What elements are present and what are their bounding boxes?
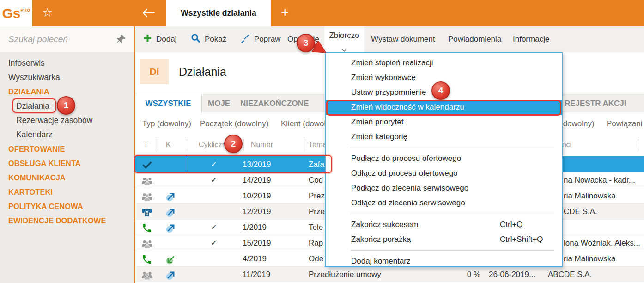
column-separator xyxy=(306,139,306,151)
sidebar-item-polityka-cenowa[interactable]: POLITYKA CENOWA xyxy=(0,199,134,214)
column-header-k[interactable]: K xyxy=(166,137,171,153)
cell-number: 10/2019 xyxy=(243,188,271,203)
meeting-icon xyxy=(141,267,154,282)
menu-item-dodaj-komentarz[interactable]: Dodaj komentarz xyxy=(326,254,562,269)
menu-item-shortcut: Ctrl+Q xyxy=(500,217,523,232)
table-row-11-2019[interactable]: 11/2019Przedłużenie umowy0 %26-06-2019..… xyxy=(135,266,644,282)
show-button[interactable]: Pokaż xyxy=(191,26,226,52)
column-separator xyxy=(158,139,158,151)
menu-item-label: Ustaw przypomnienie xyxy=(351,88,426,97)
module-badge: DI xyxy=(140,59,169,84)
cell-topic: Zafa xyxy=(309,157,324,172)
menu-item-label: Zmień wykonawcę xyxy=(351,73,416,82)
menu-item-podłącz-do-zlecenia-serwisowego[interactable]: Podłącz do zlecenia serwisowego xyxy=(326,181,562,196)
meeting-icon xyxy=(141,172,154,188)
sidebar-item-ofertowanie[interactable]: OFERTOWANIE xyxy=(0,142,134,156)
menu-item-zmień-priorytet[interactable]: Zmień priorytet xyxy=(326,115,562,129)
tab-wszystkie[interactable]: WSZYSTKIE xyxy=(135,94,202,113)
operations-menu[interactable]: Operacje xyxy=(287,26,319,52)
tab-moje[interactable]: MOJE xyxy=(208,94,230,113)
menu-item-zmień-stopień-realizacji[interactable]: Zmień stopień realizacji xyxy=(326,55,562,70)
cell-clients: ria Malinowska xyxy=(564,188,615,203)
menu-item-zmień-kategorię[interactable]: Zmień kategorię xyxy=(326,129,562,144)
menu-item-zmień-wykonawcę[interactable]: Zmień wykonawcę xyxy=(326,70,562,85)
outgoing-arrow-icon xyxy=(165,220,178,235)
brush-icon xyxy=(240,33,250,45)
notifications-menu[interactable]: Powiadomienia xyxy=(448,26,501,52)
add-button[interactable]: Dodaj xyxy=(143,26,176,52)
favorites-star-icon[interactable]: ☆ xyxy=(42,0,53,26)
sidebar-item-obsługa-klienta[interactable]: OBSŁUGA KLIENTA xyxy=(0,156,134,171)
outgoing-arrow-icon xyxy=(165,204,178,219)
sidebar-item-działania[interactable]: DZIAŁANIA xyxy=(0,85,134,99)
column-separator xyxy=(639,139,639,151)
sidebar-item-działania[interactable]: Działania xyxy=(0,99,134,113)
app-logo[interactable]: GsPRO xyxy=(0,0,32,26)
cell-topic: Prze xyxy=(309,204,325,219)
cell-number: 13/2019 xyxy=(243,157,271,172)
command-search[interactable]: Szukaj poleceń xyxy=(0,26,134,52)
sidebar-item-rezerwacje-zasobów[interactable]: Rezerwacje zasobów xyxy=(0,113,134,128)
window-tab-wszystkie-dzialania[interactable]: Wszystkie działania xyxy=(166,0,271,26)
cell-clients: lona Woźniak, Aleks... xyxy=(564,235,640,251)
menu-separator xyxy=(326,247,562,254)
filter-typ[interactable]: Typ (dowolny) xyxy=(142,116,191,132)
cell-clients: CDE S.A. xyxy=(564,204,597,219)
sidebar-item-infoserwis[interactable]: Infoserwis xyxy=(0,56,134,70)
filter-poczatek[interactable]: Początek (dowolny) xyxy=(200,116,268,132)
menu-item-ustaw-przypomnienie[interactable]: Ustaw przypomnienie xyxy=(326,85,562,100)
bulk-menu-zbiorczo[interactable]: Zbiorczo xyxy=(324,26,364,52)
new-tab-plus-icon[interactable]: + xyxy=(281,0,289,26)
menu-item-odłącz-od-zlecenia-serwisowego[interactable]: Odłącz od zlecenia serwisowego xyxy=(326,196,562,210)
cell-topic: Prez xyxy=(309,188,325,203)
menu-item-zakończ-porażką[interactable]: Zakończ porażkąCtrl+Shift+Q xyxy=(326,232,562,247)
menu-separator xyxy=(326,210,562,217)
menu-item-zakończ-sukcesem[interactable]: Zakończ sukcesemCtrl+Q xyxy=(326,217,562,232)
tab-niezakonczone[interactable]: NIEZAKOŃCZONE xyxy=(240,94,309,113)
menu-item-label: Podłącz do procesu ofertowego xyxy=(351,154,461,163)
pin-icon[interactable] xyxy=(116,34,127,46)
sidebar-item-kartoteki[interactable]: KARTOTEKI xyxy=(0,185,134,199)
tab-rejestr-akcji[interactable]: REJESTR AKCJI xyxy=(565,94,626,113)
column-header-t[interactable]: T xyxy=(144,137,148,153)
sidebar-item-komunikacja[interactable]: KOMUNIKACJA xyxy=(0,171,134,185)
column-header-numer[interactable]: Numer xyxy=(251,137,273,153)
cell-clients: ria Malinowska xyxy=(564,251,615,266)
menu-separator xyxy=(326,144,562,151)
sidebar-item-wyszukiwarka[interactable]: Wyszukiwarka xyxy=(0,70,134,85)
issue-document-menu[interactable]: Wystaw dokument xyxy=(371,26,435,52)
edit-button[interactable]: Popraw xyxy=(240,26,281,52)
cyclic-check: ✓ xyxy=(207,172,221,188)
cell-topic: Tele xyxy=(309,220,323,235)
cyclic-check: ✓ xyxy=(207,157,221,172)
filter-powiazani[interactable]: Powiązani xyxy=(607,116,643,132)
cell-number: 1/2019 xyxy=(243,220,267,235)
cell-topic: Cod xyxy=(309,172,323,188)
menu-item-label: Dodaj komentarz xyxy=(351,257,411,265)
menu-item-zmień-widoczność-w-kalendarzu[interactable]: Zmień widoczność w kalendarzu xyxy=(326,100,562,115)
sidebar-nav: InfoserwisWyszukiwarkaDZIAŁANIADziałania… xyxy=(0,56,134,228)
menu-item-label: Zmień kategorię xyxy=(351,132,407,141)
search-input[interactable]: Szukaj poleceń xyxy=(8,26,68,52)
menu-item-label: Odłącz od procesu ofertowego xyxy=(351,169,458,178)
menu-item-odłącz-od-procesu-ofertowego[interactable]: Odłącz od procesu ofertowego xyxy=(326,166,562,181)
direction-cell xyxy=(165,157,178,172)
menu-item-shortcut: Ctrl+Shift+Q xyxy=(500,232,543,247)
menu-item-podłącz-do-procesu-ofertowego[interactable]: Podłącz do procesu ofertowego xyxy=(326,151,562,166)
cell-clients: ABCDE S.A. xyxy=(548,267,592,282)
logo-pro-badge: PRO xyxy=(21,8,30,12)
sidebar-item-kalendarz[interactable]: Kalendarz xyxy=(0,128,134,142)
search-icon xyxy=(191,33,200,45)
column-header-cykliczne[interactable]: Cykliczne xyxy=(199,137,230,153)
cell-topic: Ode xyxy=(309,251,323,266)
outgoing-arrow-icon xyxy=(165,267,178,282)
menu-item-label: Zakończ porażką xyxy=(351,235,411,244)
information-menu[interactable]: Informacje xyxy=(513,26,549,52)
menu-item-label: Podłącz do zlecenia serwisowego xyxy=(351,184,468,192)
back-arrow-icon[interactable] xyxy=(141,7,155,20)
filter-dowolny[interactable]: (dowolny) xyxy=(560,116,595,132)
logo-text: Gs xyxy=(2,6,20,21)
sidebar-item-ewidencje-dodatkowe[interactable]: EWIDENCJE DODATKOWE xyxy=(0,214,134,228)
cyclic-check xyxy=(207,204,221,219)
app-window: GsPRO ☆ Wszystkie działania + Szukaj pol… xyxy=(0,0,644,283)
